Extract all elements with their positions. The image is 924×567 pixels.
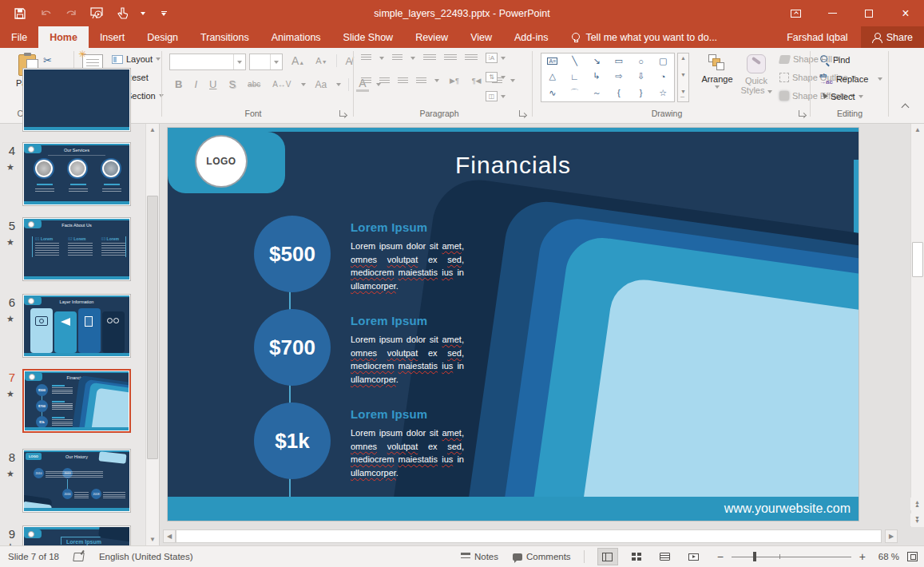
touch-mode-dropdown-icon[interactable] xyxy=(141,12,145,15)
thumbnail-scroll-down-icon[interactable]: ▼ xyxy=(146,533,159,545)
quick-styles-button[interactable]: Quick Styles xyxy=(738,51,775,107)
shape-pie-icon[interactable]: ◔ xyxy=(660,72,666,81)
layout-button[interactable]: Layout xyxy=(112,54,161,64)
shape-arc-icon[interactable]: ⌒ xyxy=(570,87,579,99)
zoom-in-button[interactable]: + xyxy=(859,550,866,563)
bold-button[interactable]: B xyxy=(173,78,184,90)
start-from-beginning-icon[interactable] xyxy=(89,6,104,21)
shape-scribble-icon[interactable]: ∿ xyxy=(549,88,556,98)
find-button[interactable]: Find xyxy=(819,54,850,65)
tab-review[interactable]: Review xyxy=(404,26,459,48)
ltr-direction-button[interactable]: ▶¶ xyxy=(447,77,462,85)
font-name-combo[interactable] xyxy=(169,54,246,70)
character-spacing-button[interactable]: A↔V xyxy=(270,80,293,89)
align-center-button[interactable] xyxy=(379,77,390,85)
zoom-slider[interactable] xyxy=(732,551,851,562)
logo-badge[interactable]: LOGO xyxy=(168,132,285,193)
shape-rectangle-icon[interactable]: ▭ xyxy=(615,56,623,66)
cut-button[interactable]: ✂ xyxy=(42,54,54,65)
previous-slide-icon[interactable]: ▲▲ xyxy=(910,498,924,510)
maximize-icon[interactable] xyxy=(851,0,887,26)
select-button[interactable]: Select xyxy=(819,91,863,101)
slide-canvas[interactable]: LOGO Financials $500 Lorem Ipsum Lorem i… xyxy=(168,128,859,521)
increase-font-size-button[interactable]: A▲ xyxy=(289,54,307,67)
spell-check-icon[interactable] xyxy=(73,552,85,561)
tab-view[interactable]: View xyxy=(459,26,503,48)
shape-oval-icon[interactable]: ○ xyxy=(638,57,644,66)
thumbnail-slide-4[interactable]: Our Services xyxy=(22,142,131,206)
text-direction-button[interactable]: ⦙A xyxy=(486,53,498,63)
tab-animations[interactable]: Animations xyxy=(260,26,332,48)
drawing-dialog-launcher-icon[interactable] xyxy=(799,110,807,118)
zoom-out-button[interactable]: − xyxy=(717,550,724,563)
shape-line-icon[interactable]: ╲ xyxy=(572,56,577,66)
fit-slide-to-window-icon[interactable] xyxy=(907,552,918,561)
tab-slide-show[interactable]: Slide Show xyxy=(332,26,405,48)
tell-me-box[interactable]: Tell me what you want to do... xyxy=(559,26,728,48)
underline-button[interactable]: U xyxy=(207,78,219,90)
shape-triangle-icon[interactable]: △ xyxy=(549,71,556,81)
strikethrough-button[interactable]: abc xyxy=(245,80,263,89)
thumbnail-scroll-up-icon[interactable]: ▲ xyxy=(146,124,159,136)
rtl-direction-button[interactable]: ¶◀ xyxy=(470,77,484,85)
text-shadow-button[interactable]: S xyxy=(226,78,238,90)
shape-gallery-more-icon[interactable]: ▼─ xyxy=(680,89,686,100)
touch-mouse-mode-icon[interactable] xyxy=(115,6,129,21)
decrease-font-size-button[interactable]: A▼ xyxy=(313,56,329,65)
financial-row-2[interactable]: $700 Lorem Ipsum Lorem ipsum dolor sit a… xyxy=(252,309,464,386)
tab-transitions[interactable]: Transitions xyxy=(189,26,260,48)
thumbnail-panel-scrollbar[interactable]: ▲ ▼ xyxy=(145,124,159,545)
shape-rounded-rectangle-icon[interactable]: ▢ xyxy=(659,56,667,66)
shape-right-brace-icon[interactable]: } xyxy=(640,88,643,97)
zoom-slider-handle[interactable] xyxy=(753,552,756,561)
comments-button[interactable]: Comments xyxy=(513,552,571,561)
font-size-combo[interactable] xyxy=(249,54,283,70)
scroll-left-icon[interactable]: ◀ xyxy=(163,529,176,543)
convert-to-smartart-button[interactable]: ◫ xyxy=(486,91,498,101)
bullets-button[interactable] xyxy=(361,54,371,61)
financial-row-3[interactable]: $1k Lorem Ipsum Lorem ipsum dolor sit am… xyxy=(252,402,464,479)
increase-indent-button[interactable] xyxy=(444,54,457,61)
reading-view-button[interactable] xyxy=(655,548,676,565)
paragraph-dialog-launcher-icon[interactable] xyxy=(519,110,527,118)
shape-gallery-down-icon[interactable]: ▼ xyxy=(680,72,686,77)
tab-add-ins[interactable]: Add-ins xyxy=(503,26,559,48)
ribbon-display-options-icon[interactable] xyxy=(777,0,814,26)
tab-file[interactable]: File xyxy=(0,26,38,48)
normal-view-button[interactable] xyxy=(597,548,618,565)
shape-right-arrow-icon[interactable]: ⇨ xyxy=(615,71,622,81)
signed-in-user[interactable]: Farshad Iqbal xyxy=(774,26,860,48)
change-case-button[interactable]: Aa xyxy=(313,79,330,90)
notes-button[interactable]: Notes xyxy=(461,552,498,561)
thumbnail-slide-5[interactable]: Facts About Us 01 Lorem 02 Lorem 03 Lore… xyxy=(22,217,131,281)
thumbnail-slide-7-selected[interactable]: Financials $500 $700 $1k xyxy=(22,369,131,433)
customize-quick-access-icon[interactable] xyxy=(157,6,171,21)
horizontal-scrollbar-thumb[interactable] xyxy=(176,529,882,543)
tab-home[interactable]: Home xyxy=(38,26,89,48)
redo-icon[interactable] xyxy=(64,6,78,21)
justify-button[interactable] xyxy=(416,77,426,85)
thumbnail-slide-3-partial[interactable] xyxy=(22,68,131,132)
decrease-indent-button[interactable] xyxy=(423,54,436,61)
shape-star-icon[interactable]: ☆ xyxy=(659,88,667,98)
tab-insert[interactable]: Insert xyxy=(89,26,136,48)
replace-button[interactable]: ab→acReplace xyxy=(819,73,882,85)
minimize-icon[interactable] xyxy=(814,0,851,26)
next-slide-icon[interactable]: ▼▼ xyxy=(910,513,924,526)
close-icon[interactable]: × xyxy=(887,0,924,26)
language-indicator[interactable]: English (United States) xyxy=(99,552,193,561)
collapse-ribbon-icon[interactable] xyxy=(902,104,910,109)
tab-design[interactable]: Design xyxy=(136,26,189,48)
scroll-right-icon[interactable]: ▶ xyxy=(885,529,898,543)
align-right-button[interactable] xyxy=(398,77,408,85)
vertical-scrollbar-thumb[interactable] xyxy=(912,242,923,277)
line-spacing-button[interactable] xyxy=(465,54,478,61)
horizontal-scrollbar[interactable]: ◀ ▶ xyxy=(163,529,898,543)
financial-row-1[interactable]: $500 Lorem Ipsum Lorem ipsum dolor sit a… xyxy=(252,216,464,292)
align-left-button[interactable] xyxy=(361,77,371,85)
align-text-button[interactable]: ⇅ xyxy=(486,72,498,82)
undo-icon[interactable] xyxy=(38,6,53,21)
thumbnail-slide-8[interactable]: LOGO Our History 2010 2013 2016 2018 xyxy=(22,449,131,513)
save-icon[interactable] xyxy=(13,6,27,21)
shape-gallery-up-icon[interactable]: ▲ xyxy=(680,55,686,61)
